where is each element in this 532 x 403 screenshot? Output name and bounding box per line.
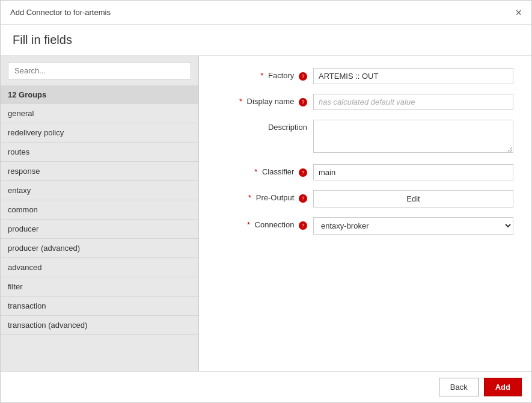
classifier-help-icon[interactable]: ?: [299, 168, 307, 177]
description-row: Description: [217, 120, 513, 155]
pre-output-label: * Pre-Output ?: [217, 190, 313, 203]
list-item[interactable]: entaxy: [1, 181, 198, 200]
list-item[interactable]: producer (advanced): [1, 239, 198, 258]
connection-row: * Connection ? entaxy-broker: [217, 217, 513, 235]
sidebar: 12 Groups general redelivery policy rout…: [1, 56, 199, 371]
display-name-input[interactable]: [313, 94, 513, 110]
classifier-row: * Classifier ?: [217, 164, 513, 180]
display-name-input-wrapper: [313, 94, 513, 110]
factory-input[interactable]: [313, 68, 513, 84]
groups-header: 12 Groups: [1, 85, 198, 104]
display-name-label: * Display name ?: [217, 94, 313, 106]
required-star: *: [239, 97, 242, 106]
modal-footer: Back Add: [1, 371, 531, 402]
main-content: * Factory ? * Display name ?: [199, 56, 531, 371]
modal-body: 12 Groups general redelivery policy rout…: [1, 56, 531, 371]
list-item[interactable]: filter: [1, 277, 198, 297]
list-item[interactable]: response: [1, 162, 198, 181]
list-item[interactable]: redelivery policy: [1, 123, 198, 143]
modal-container: Add Connector to for-artemis × Fill in f…: [0, 0, 532, 403]
factory-row: * Factory ?: [217, 68, 513, 84]
connection-label: * Connection ?: [217, 217, 313, 230]
connection-select[interactable]: entaxy-broker: [313, 217, 513, 235]
search-wrapper: [1, 56, 198, 85]
modal-header: Add Connector to for-artemis ×: [1, 1, 531, 25]
list-item[interactable]: advanced: [1, 258, 198, 277]
connection-help-icon[interactable]: ?: [299, 221, 307, 230]
list-item[interactable]: transaction: [1, 297, 198, 316]
list-item[interactable]: routes: [1, 143, 198, 162]
sidebar-list: general redelivery policy routes respons…: [1, 104, 198, 335]
list-item[interactable]: general: [1, 104, 198, 123]
factory-input-wrapper: [313, 68, 513, 84]
close-button[interactable]: ×: [515, 7, 522, 18]
add-button[interactable]: Add: [484, 378, 522, 396]
display-name-help-icon[interactable]: ?: [299, 98, 307, 106]
pre-output-edit-button[interactable]: Edit: [313, 190, 513, 208]
list-item[interactable]: common: [1, 200, 198, 220]
search-input[interactable]: [8, 62, 191, 79]
classifier-input[interactable]: [313, 164, 513, 180]
required-star: *: [254, 167, 257, 176]
classifier-input-wrapper: [313, 164, 513, 180]
description-textarea[interactable]: [313, 120, 513, 153]
factory-label: * Factory ?: [217, 68, 313, 81]
pre-output-help-icon[interactable]: ?: [299, 194, 307, 203]
pre-output-input-wrapper: Edit: [313, 190, 513, 208]
required-star: *: [260, 71, 263, 80]
pre-output-row: * Pre-Output ? Edit: [217, 190, 513, 208]
display-name-row: * Display name ?: [217, 94, 513, 110]
back-button[interactable]: Back: [439, 378, 479, 396]
list-item[interactable]: transaction (advanced): [1, 316, 198, 335]
description-input-wrapper: [313, 120, 513, 155]
factory-help-icon[interactable]: ?: [299, 72, 307, 81]
description-label: Description: [217, 120, 313, 132]
modal-title: Add Connector to for-artemis: [10, 8, 111, 17]
required-star: *: [248, 193, 251, 202]
list-item[interactable]: producer: [1, 220, 198, 239]
classifier-label: * Classifier ?: [217, 164, 313, 177]
modal-subtitle: Fill in fields: [1, 25, 531, 56]
required-star: *: [247, 220, 250, 229]
connection-input-wrapper: entaxy-broker: [313, 217, 513, 235]
